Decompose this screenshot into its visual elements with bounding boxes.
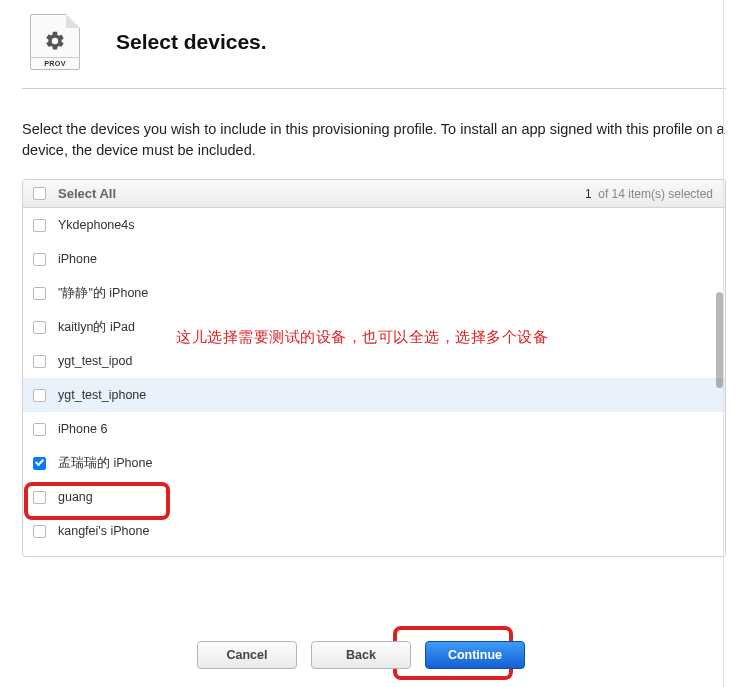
device-row[interactable]: ygt_test_ipod xyxy=(23,344,725,378)
device-label: Ykdephone4s xyxy=(58,218,134,232)
cancel-button[interactable]: Cancel xyxy=(197,641,297,669)
device-label: guang xyxy=(58,490,93,504)
list-header: Select All 1 of 14 item(s) selected xyxy=(23,180,725,208)
device-checkbox[interactable] xyxy=(33,287,46,300)
device-checkbox[interactable] xyxy=(33,423,46,436)
device-row[interactable]: "静静"的 iPhone xyxy=(23,276,725,310)
device-label: 孟瑞瑞的 iPhone xyxy=(58,455,152,472)
device-checkbox[interactable] xyxy=(33,457,46,470)
device-checkbox[interactable] xyxy=(33,321,46,334)
device-label: iPhone xyxy=(58,252,97,266)
device-checkbox[interactable] xyxy=(33,389,46,402)
device-checkbox[interactable] xyxy=(33,219,46,232)
back-button[interactable]: Back xyxy=(311,641,411,669)
device-list: Select All 1 of 14 item(s) selected Ykde… xyxy=(22,179,726,557)
select-all-label[interactable]: Select All xyxy=(58,186,116,201)
device-row[interactable]: ygt_test_iphone xyxy=(23,378,725,412)
selection-count: 1 of 14 item(s) selected xyxy=(585,187,713,201)
device-list-body[interactable]: Ykdephone4siPhone"静静"的 iPhonekaitlyn的 iP… xyxy=(23,208,725,556)
device-row[interactable]: guang xyxy=(23,480,725,514)
total-count-label: of 14 item(s) selected xyxy=(598,187,713,201)
gear-icon xyxy=(44,30,66,52)
device-row[interactable]: kaitlyn的 iPad xyxy=(23,310,725,344)
device-checkbox[interactable] xyxy=(33,253,46,266)
device-row[interactable]: iPhone 6 xyxy=(23,412,725,446)
device-label: iPhone 6 xyxy=(58,422,107,436)
device-row[interactable]: 孟瑞瑞的 iPhone xyxy=(23,446,725,480)
selected-count-number: 1 xyxy=(585,187,592,201)
device-checkbox[interactable] xyxy=(33,491,46,504)
select-all-checkbox[interactable] xyxy=(33,187,46,200)
continue-button[interactable]: Continue xyxy=(425,641,525,669)
device-row[interactable]: iPhone xyxy=(23,242,725,276)
device-label: kaitlyn的 iPad xyxy=(58,319,135,336)
device-row[interactable]: Ykdephone4s xyxy=(23,208,725,242)
footer-buttons: Cancel Back Continue xyxy=(0,641,722,669)
device-checkbox[interactable] xyxy=(33,355,46,368)
device-label: "静静"的 iPhone xyxy=(58,285,148,302)
provisioning-profile-icon: PROV xyxy=(30,14,80,70)
device-label: ygt_test_ipod xyxy=(58,354,132,368)
device-label: ygt_test_iphone xyxy=(58,388,146,402)
header: PROV Select devices. xyxy=(22,10,726,88)
device-checkbox[interactable] xyxy=(33,525,46,538)
page-border xyxy=(723,0,724,687)
instruction-text: Select the devices you wish to include i… xyxy=(22,119,726,161)
scrollbar-thumb[interactable] xyxy=(716,292,723,388)
divider xyxy=(22,88,726,89)
device-label: kangfei's iPhone xyxy=(58,524,149,538)
prov-icon-label: PROV xyxy=(30,57,80,68)
device-row[interactable]: kangfei's iPhone xyxy=(23,514,725,548)
scrollbar-track[interactable] xyxy=(716,210,723,554)
page-title: Select devices. xyxy=(116,30,267,54)
